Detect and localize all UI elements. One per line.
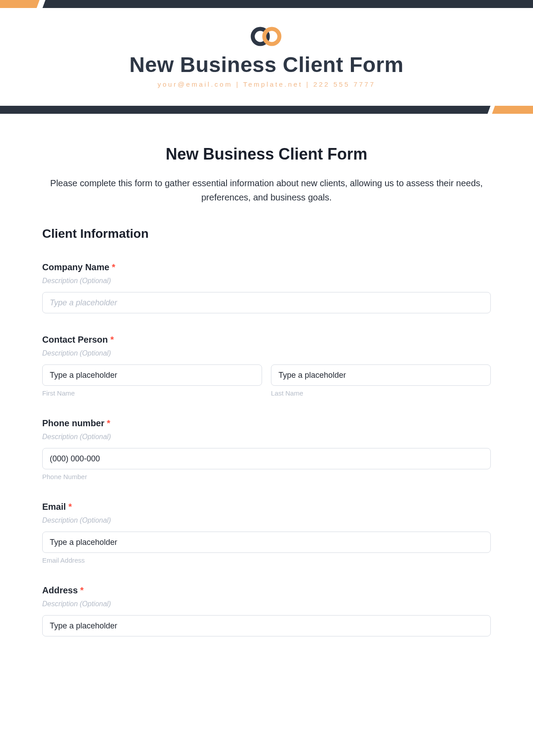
top-decor [0, 0, 533, 8]
section-client-info: Client Information [42, 227, 491, 241]
header-subline: your@email.com | Template.net | 222 555 … [18, 80, 515, 88]
address-input[interactable] [42, 615, 491, 636]
last-name-sublabel: Last Name [271, 389, 491, 397]
field-company-name: Company Name * Description (Optional) [42, 262, 491, 313]
last-name-input[interactable] [271, 364, 491, 386]
email-sublabel: Email Address [42, 556, 491, 564]
logo-icon [18, 26, 515, 47]
company-name-description: Description (Optional) [42, 277, 491, 285]
address-description: Description (Optional) [42, 600, 491, 608]
header-title: New Business Client Form [18, 52, 515, 77]
form-body: New Business Client Form Please complete… [0, 114, 533, 636]
field-phone: Phone number * Description (Optional) Ph… [42, 418, 491, 480]
contact-person-description: Description (Optional) [42, 349, 491, 357]
field-address: Address * Description (Optional) [42, 585, 491, 636]
required-icon: * [80, 585, 84, 595]
company-name-input[interactable] [42, 292, 491, 313]
field-email: Email * Description (Optional) Email Add… [42, 502, 491, 564]
phone-description: Description (Optional) [42, 433, 491, 441]
email-input[interactable] [42, 532, 491, 553]
first-name-sublabel: First Name [42, 389, 262, 397]
required-icon: * [112, 262, 115, 272]
required-icon: * [107, 418, 111, 428]
document-header: New Business Client Form your@email.com … [0, 8, 533, 106]
phone-sublabel: Phone Number [42, 473, 491, 480]
form-description: Please complete this form to gather esse… [42, 176, 491, 204]
email-description: Description (Optional) [42, 516, 491, 524]
first-name-input[interactable] [42, 364, 262, 386]
field-contact-person: Contact Person * Description (Optional) … [42, 335, 491, 397]
required-icon: * [110, 335, 114, 344]
contact-person-label: Contact Person * [42, 335, 491, 345]
phone-input[interactable] [42, 448, 491, 469]
required-icon: * [68, 502, 72, 512]
form-title: New Business Client Form [42, 145, 491, 164]
divider-decor [0, 106, 533, 114]
company-name-label: Company Name * [42, 262, 491, 272]
address-label: Address * [42, 585, 491, 596]
phone-label: Phone number * [42, 418, 491, 428]
email-label: Email * [42, 502, 491, 512]
